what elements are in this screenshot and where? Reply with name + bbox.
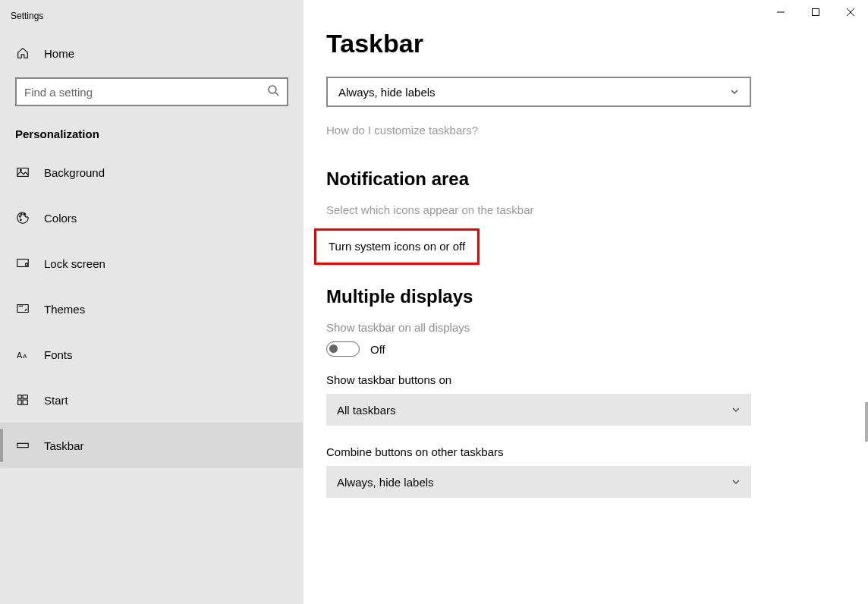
show-buttons-label: Show taskbar buttons on xyxy=(326,373,845,386)
dropdown-value: All taskbars xyxy=(337,404,396,417)
fonts-icon: AA xyxy=(15,348,30,361)
show-buttons-dropdown[interactable]: All taskbars xyxy=(326,394,751,426)
taskbar-icon xyxy=(15,439,30,452)
notification-heading: Notification area xyxy=(326,168,845,190)
chevron-down-icon xyxy=(731,476,741,489)
sidebar: Settings Home Personalization Background xyxy=(0,0,303,604)
sidebar-item-background[interactable]: Background xyxy=(0,149,303,195)
highlighted-link-box: Turn system icons on or off xyxy=(314,228,480,265)
svg-rect-19 xyxy=(18,400,22,404)
sidebar-item-label: Background xyxy=(44,166,105,179)
svg-point-10 xyxy=(24,214,25,215)
sidebar-item-label: Colors xyxy=(44,212,77,225)
toggle-state: Off xyxy=(370,343,385,356)
svg-rect-18 xyxy=(23,395,27,399)
home-icon xyxy=(15,46,30,60)
sidebar-item-themes[interactable]: Themes xyxy=(0,286,303,332)
svg-text:A: A xyxy=(17,351,23,360)
svg-point-8 xyxy=(20,215,21,217)
scrollbar-thumb[interactable] xyxy=(865,402,868,442)
svg-rect-20 xyxy=(23,400,27,404)
search-input[interactable] xyxy=(24,86,267,99)
sidebar-item-fonts[interactable]: AA Fonts xyxy=(0,332,303,377)
sidebar-item-colors[interactable]: Colors xyxy=(0,195,303,241)
picture-icon xyxy=(15,165,30,179)
sidebar-item-start[interactable]: Start xyxy=(0,377,303,423)
help-link[interactable]: How do I customize taskbars? xyxy=(326,124,845,137)
chevron-down-icon xyxy=(731,404,741,417)
svg-point-9 xyxy=(20,214,22,215)
svg-rect-21 xyxy=(17,443,28,447)
start-icon xyxy=(15,393,30,407)
close-button[interactable] xyxy=(833,0,868,24)
dropdown-value: Always, hide labels xyxy=(337,476,434,489)
themes-icon xyxy=(15,302,30,316)
dropdown-value: Always, hide labels xyxy=(338,86,436,99)
sidebar-section: Personalization xyxy=(0,114,303,149)
svg-point-7 xyxy=(20,169,21,171)
svg-rect-6 xyxy=(17,168,28,177)
sidebar-item-lock-screen[interactable]: Lock screen xyxy=(0,241,303,286)
svg-point-11 xyxy=(20,219,21,221)
sidebar-item-label: Start xyxy=(44,394,68,407)
sidebar-item-label: Lock screen xyxy=(44,257,105,270)
maximize-button[interactable] xyxy=(798,0,833,24)
combine-other-label: Combine buttons on other taskbars xyxy=(326,445,845,458)
palette-icon xyxy=(15,211,30,225)
search-icon xyxy=(267,84,279,99)
show-on-all-toggle[interactable] xyxy=(326,341,360,357)
multiple-displays-heading: Multiple displays xyxy=(326,286,845,307)
page-title: Taskbar xyxy=(326,29,845,58)
combine-other-dropdown[interactable]: Always, hide labels xyxy=(326,466,751,498)
sidebar-item-label: Taskbar xyxy=(44,439,84,452)
combine-buttons-dropdown[interactable]: Always, hide labels xyxy=(326,77,751,107)
sidebar-item-label: Fonts xyxy=(44,348,73,361)
chevron-down-icon xyxy=(730,86,739,99)
minimize-button[interactable] xyxy=(763,0,798,24)
select-icons-link[interactable]: Select which icons appear on the taskbar xyxy=(326,203,534,216)
show-on-all-label: Show taskbar on all displays xyxy=(326,321,845,334)
search-box[interactable] xyxy=(15,77,288,106)
svg-rect-17 xyxy=(18,395,22,399)
svg-rect-1 xyxy=(813,9,819,16)
nav-home[interactable]: Home xyxy=(0,32,303,74)
nav-home-label: Home xyxy=(44,47,74,60)
svg-text:A: A xyxy=(23,353,27,360)
svg-point-4 xyxy=(269,86,276,93)
window-title: Settings xyxy=(0,8,303,32)
lock-screen-icon xyxy=(15,256,30,270)
svg-line-5 xyxy=(275,93,278,96)
content-area: Taskbar Always, hide labels How do I cus… xyxy=(303,0,868,604)
sidebar-item-label: Themes xyxy=(44,303,85,316)
sidebar-item-taskbar[interactable]: Taskbar xyxy=(0,423,303,468)
system-icons-link[interactable]: Turn system icons on or off xyxy=(329,240,465,253)
svg-rect-13 xyxy=(26,263,28,266)
